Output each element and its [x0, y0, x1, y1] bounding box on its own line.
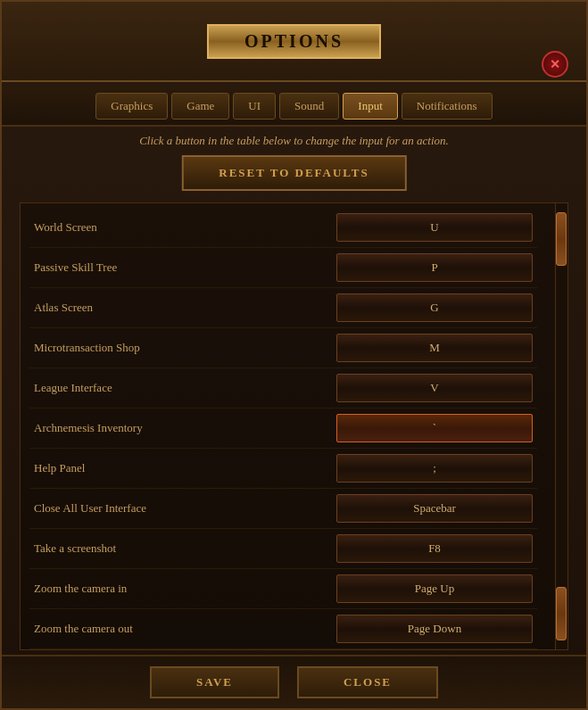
scrollbar-track[interactable]	[555, 203, 567, 649]
key-button[interactable]: G	[336, 293, 533, 322]
action-label: World Screen	[34, 220, 336, 235]
scrollbar-thumb-bottom[interactable]	[556, 587, 567, 640]
title-box: Options	[207, 24, 381, 59]
action-label: Atlas Screen	[34, 301, 336, 315]
tab-notifications[interactable]: Notifications	[402, 93, 493, 120]
close-button[interactable]: CLOSE	[297, 666, 438, 698]
tab-sound[interactable]: Sound	[279, 93, 339, 120]
reset-defaults-button[interactable]: RESET TO DEFAULTS	[181, 155, 406, 191]
action-label: Zoom the camera in	[34, 582, 336, 596]
keybind-row: Zoom the camera outPage Down	[29, 609, 537, 649]
save-button[interactable]: SAVE	[150, 666, 279, 698]
keybind-row: Zoom the camera inPage Up	[29, 569, 537, 609]
tab-ui[interactable]: UI	[233, 93, 276, 120]
keybind-list: World ScreenUPassive Skill TreePAtlas Sc…	[21, 203, 555, 650]
keybind-row: Help Panel;	[29, 449, 537, 489]
close-icon-button[interactable]: ✕	[542, 51, 568, 78]
bottom-bar: SAVE CLOSE	[2, 655, 586, 708]
instruction-text: Click a button in the table below to cha…	[29, 134, 559, 148]
key-button[interactable]: Page Up	[336, 574, 533, 603]
action-label: Archnemesis Inventory	[34, 421, 336, 435]
keybind-list-container: World ScreenUPassive Skill TreePAtlas Sc…	[20, 202, 568, 650]
action-label: Passive Skill Tree	[34, 260, 336, 275]
tabs-bar: GraphicsGameUISoundInputNotifications	[2, 87, 586, 127]
action-label: Take a screenshot	[34, 541, 336, 556]
keybind-row: Passive Skill TreeP	[29, 248, 537, 288]
window-header: Options	[2, 2, 586, 82]
keybind-row: League InterfaceV	[29, 368, 537, 409]
options-window: Options ✕ GraphicsGameUISoundInputNotifi…	[0, 0, 588, 710]
key-button[interactable]: F8	[336, 534, 533, 563]
tab-graphics[interactable]: Graphics	[95, 93, 168, 120]
key-button[interactable]: M	[336, 334, 533, 362]
keybind-row: Toggle Performance MetricsF1	[29, 649, 537, 650]
action-label: League Interface	[34, 381, 336, 395]
key-button[interactable]: P	[336, 253, 533, 282]
key-button[interactable]: ;	[336, 454, 533, 483]
key-button[interactable]: `	[336, 414, 533, 442]
key-button[interactable]: U	[336, 213, 533, 242]
action-label: Close All User Interface	[34, 501, 336, 516]
keybind-row: Take a screenshotF8	[29, 529, 537, 569]
keybind-row: Archnemesis Inventory`	[29, 409, 537, 449]
key-button[interactable]: V	[336, 374, 533, 402]
keybind-row: World ScreenU	[29, 208, 537, 248]
action-label: Zoom the camera out	[34, 622, 336, 636]
keybind-row: Close All User InterfaceSpacebar	[29, 489, 537, 529]
scrollbar-thumb-top[interactable]	[556, 212, 567, 266]
tab-game[interactable]: Game	[171, 93, 229, 120]
keybind-row: Microtransaction ShopM	[29, 328, 537, 368]
key-button[interactable]: Spacebar	[336, 494, 533, 523]
keybind-row: Atlas ScreenG	[29, 288, 537, 328]
action-label: Microtransaction Shop	[34, 341, 336, 355]
window-title: Options	[244, 31, 344, 51]
key-button[interactable]: Page Down	[336, 615, 533, 643]
action-label: Help Panel	[34, 461, 336, 475]
tab-input[interactable]: Input	[343, 93, 397, 120]
